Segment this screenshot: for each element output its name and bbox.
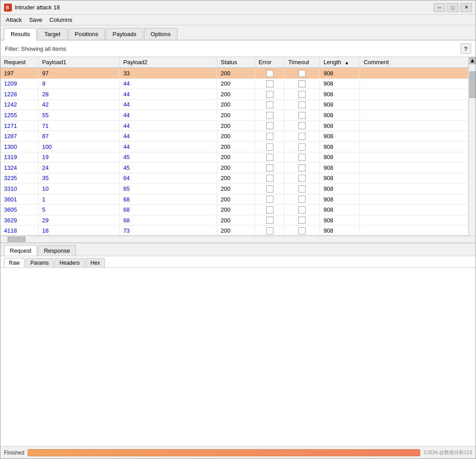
- inner-tab-hex[interactable]: Hex: [86, 258, 105, 267]
- h-scroll-thumb[interactable]: [8, 237, 25, 242]
- table-row[interactable]: 3601 1 68 200 908: [0, 194, 468, 205]
- error-checkbox[interactable]: [266, 112, 273, 119]
- timeout-checkbox[interactable]: [298, 154, 306, 161]
- error-checkbox[interactable]: [266, 164, 273, 172]
- col-length[interactable]: Length ▲: [320, 57, 360, 68]
- error-checkbox[interactable]: [266, 122, 273, 129]
- col-error[interactable]: Error: [255, 57, 285, 68]
- cell-timeout: [285, 89, 320, 100]
- cell-payload1: 71: [38, 120, 120, 131]
- cell-timeout: [285, 152, 320, 163]
- cell-payload1: 100: [38, 141, 120, 152]
- tab-positions[interactable]: Positions: [68, 28, 105, 40]
- cell-payload1: 97: [38, 68, 120, 78]
- menu-attack[interactable]: Attack: [2, 16, 25, 24]
- close-button[interactable]: ✕: [460, 3, 472, 12]
- error-checkbox[interactable]: [266, 143, 273, 151]
- horizontal-scrollbar[interactable]: [0, 236, 476, 243]
- minimize-button[interactable]: ─: [434, 3, 445, 12]
- timeout-checkbox[interactable]: [298, 101, 306, 108]
- tab-request[interactable]: Request: [4, 245, 37, 256]
- menu-save[interactable]: Save: [25, 16, 46, 24]
- menu-columns[interactable]: Columns: [46, 16, 76, 24]
- cell-comment: [360, 184, 468, 194]
- tab-payloads[interactable]: Payloads: [106, 28, 143, 40]
- maximize-button[interactable]: □: [447, 3, 459, 12]
- table-row[interactable]: 1287 87 44 200 908: [0, 131, 468, 142]
- cell-length: 908: [320, 173, 360, 184]
- col-timeout[interactable]: Timeout: [285, 57, 320, 68]
- col-payload1[interactable]: Payload1: [38, 57, 120, 68]
- cell-payload2: 68: [120, 205, 217, 215]
- error-checkbox[interactable]: [266, 217, 273, 224]
- tab-results[interactable]: Results: [4, 28, 37, 41]
- table-row[interactable]: 1255 55 44 200 908: [0, 110, 468, 121]
- col-payload2[interactable]: Payload2: [120, 57, 217, 68]
- table-row[interactable]: 3605 5 68 200 908: [0, 205, 468, 215]
- cell-length: 908: [320, 89, 360, 100]
- error-checkbox[interactable]: [266, 133, 273, 140]
- cell-timeout: [285, 163, 320, 173]
- table-row[interactable]: 3310 10 65 200 908: [0, 184, 468, 194]
- timeout-checkbox[interactable]: [298, 185, 306, 193]
- table-row[interactable]: 4118 18 73 200 908: [0, 225, 468, 236]
- cell-status: 200: [217, 152, 255, 163]
- error-checkbox[interactable]: [266, 80, 273, 87]
- timeout-checkbox[interactable]: [298, 143, 306, 151]
- error-checkbox[interactable]: [266, 175, 273, 182]
- table-row[interactable]: 1242 42 44 200 908: [0, 99, 468, 110]
- table-row[interactable]: 197 97 33 200 908: [0, 68, 468, 78]
- scroll-up-btn[interactable]: ▲: [469, 57, 476, 64]
- timeout-checkbox[interactable]: [298, 91, 306, 98]
- table-row[interactable]: 1324 24 45 200 908: [0, 163, 468, 173]
- cell-payload2: 44: [120, 89, 217, 100]
- table-row[interactable]: 1271 71 44 200 908: [0, 120, 468, 131]
- timeout-checkbox[interactable]: [298, 175, 306, 182]
- table-row[interactable]: 3629 29 68 200 908: [0, 215, 468, 225]
- right-scrollbar[interactable]: ▲: [468, 57, 476, 236]
- inner-tab-raw[interactable]: Raw: [4, 258, 25, 267]
- table-row[interactable]: 1300 100 44 200 908: [0, 141, 468, 152]
- timeout-checkbox[interactable]: [298, 206, 306, 213]
- cell-error: [255, 89, 285, 100]
- scroll-thumb[interactable]: [469, 71, 476, 98]
- cell-request: 4118: [0, 225, 38, 236]
- status-watermark: CSDN @数据分析123: [424, 449, 472, 456]
- cell-error: [255, 205, 285, 215]
- timeout-checkbox[interactable]: [298, 112, 306, 119]
- table-row[interactable]: 1319 19 45 200 908: [0, 152, 468, 163]
- inner-tab-params[interactable]: Params: [25, 258, 54, 267]
- table-container[interactable]: Request Payload1 Payload2 Status Error T…: [0, 57, 468, 236]
- help-button[interactable]: ?: [460, 43, 471, 54]
- timeout-checkbox[interactable]: [298, 133, 306, 140]
- cell-request: 1209: [0, 78, 38, 89]
- timeout-checkbox[interactable]: [298, 227, 306, 234]
- table-row[interactable]: 1209 9 44 200 908: [0, 78, 468, 89]
- col-request[interactable]: Request: [0, 57, 38, 68]
- inner-tab-headers[interactable]: Headers: [54, 258, 84, 267]
- timeout-checkbox[interactable]: [298, 80, 306, 87]
- title-bar: B Intruder attack 18 ─ □ ✕: [0, 0, 476, 15]
- col-comment[interactable]: Comment: [360, 57, 468, 68]
- timeout-checkbox[interactable]: [298, 122, 306, 129]
- timeout-checkbox[interactable]: [298, 164, 306, 172]
- error-checkbox[interactable]: [266, 206, 273, 213]
- error-checkbox[interactable]: [266, 101, 273, 108]
- error-checkbox[interactable]: [266, 196, 273, 203]
- error-checkbox[interactable]: [266, 91, 273, 98]
- tab-target[interactable]: Target: [37, 28, 67, 40]
- error-checkbox[interactable]: [266, 185, 273, 193]
- tab-options[interactable]: Options: [144, 28, 178, 40]
- timeout-checkbox[interactable]: [298, 196, 306, 203]
- cell-comment: [360, 68, 468, 78]
- table-row[interactable]: 3235 35 64 200 908: [0, 173, 468, 184]
- tab-response[interactable]: Response: [38, 245, 76, 256]
- timeout-checkbox[interactable]: [298, 70, 306, 77]
- error-checkbox[interactable]: [266, 227, 273, 234]
- cell-error: [255, 225, 285, 236]
- error-checkbox[interactable]: [266, 154, 273, 161]
- col-status[interactable]: Status: [217, 57, 255, 68]
- table-row[interactable]: 1228 28 44 200 908: [0, 89, 468, 100]
- timeout-checkbox[interactable]: [298, 217, 306, 224]
- error-checkbox[interactable]: [266, 70, 273, 77]
